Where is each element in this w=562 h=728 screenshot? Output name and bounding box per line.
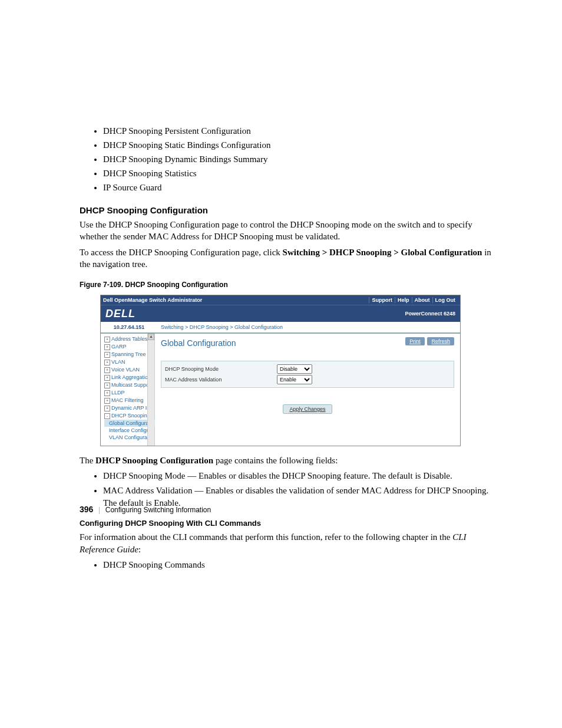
row-label: DHCP Snooping Mode xyxy=(165,366,277,372)
window-title: Dell OpenManage Switch Administrator xyxy=(103,297,202,303)
apply-changes-button[interactable]: Apply Changes xyxy=(283,404,332,414)
figure-caption: Figure 7-109. DHCP Snooping Configuratio… xyxy=(80,281,491,289)
tree-item-lldp[interactable]: +LLDP xyxy=(104,389,150,397)
list-item: DHCP Snooping Static Bindings Configurat… xyxy=(103,138,491,152)
row-label: MAC Address Validation xyxy=(165,377,277,383)
list-item: DHCP Snooping Dynamic Bindings Summary xyxy=(103,152,491,166)
tree-item-multicast-support[interactable]: +Multicast Support xyxy=(104,381,150,389)
tree-item-spanning-tree[interactable]: +Spanning Tree xyxy=(104,351,150,358)
paragraph: Use the DHCP Snooping Configuration page… xyxy=(80,219,491,243)
text-suffix: page contains the following fields: xyxy=(213,456,338,465)
field-name: MAC Address Validation xyxy=(103,486,192,495)
nav-path: Switching > DHCP Snooping > Global Confi… xyxy=(283,248,482,257)
expand-icon[interactable]: + xyxy=(104,398,110,404)
expand-icon[interactable]: + xyxy=(104,390,110,396)
tree-item-vlan[interactable]: +VLAN xyxy=(104,358,150,366)
separator-icon: | xyxy=(98,506,100,514)
nav-tree[interactable]: +Address Tables +GARP +Spanning Tree +VL… xyxy=(101,334,155,446)
config-row: DHCP Snooping Mode Disable xyxy=(165,364,450,374)
expand-icon[interactable]: + xyxy=(104,383,110,388)
expand-icon[interactable]: + xyxy=(104,337,110,342)
mac-validation-select[interactable]: Enable xyxy=(277,375,312,384)
tree-item-voice-vlan[interactable]: +Voice VLAN xyxy=(104,366,150,374)
paragraph: To access the DHCP Snooping Configuratio… xyxy=(80,246,491,271)
scroll-up-icon[interactable]: ▲ xyxy=(148,334,154,340)
expand-icon[interactable]: + xyxy=(104,344,110,350)
tree-item-mac-filtering[interactable]: +MAC Filtering xyxy=(104,397,150,404)
help-link[interactable]: Help xyxy=(395,297,412,303)
support-link[interactable]: Support xyxy=(369,297,395,303)
collapse-icon[interactable]: - xyxy=(104,413,110,419)
about-link[interactable]: About xyxy=(412,297,432,303)
expand-icon[interactable]: + xyxy=(104,406,110,411)
page-number: 396 xyxy=(80,505,93,514)
print-button[interactable]: Print xyxy=(405,337,425,345)
expand-icon[interactable]: + xyxy=(104,352,110,358)
window-titlebar: Dell OpenManage Switch Administrator Sup… xyxy=(101,295,460,305)
page-name: DHCP Snooping Configuration xyxy=(95,456,213,465)
field-name: DHCP Snooping Mode xyxy=(103,471,185,480)
breadcrumb: Switching > DHCP Snooping > Global Confi… xyxy=(157,322,460,332)
expand-icon[interactable]: + xyxy=(104,375,110,381)
paragraph: The DHCP Snooping Configuration page con… xyxy=(80,454,491,466)
section-heading: DHCP Snooping Configuration xyxy=(80,205,491,215)
list-item: IP Source Guard xyxy=(103,180,491,195)
footer-section: Configuring Switching Information xyxy=(105,506,211,514)
config-table: DHCP Snooping Mode Disable MAC Address V… xyxy=(161,361,454,388)
breadcrumb-bar: 10.27.64.151 Switching > DHCP Snooping >… xyxy=(101,322,460,334)
device-ip: 10.27.64.151 xyxy=(101,322,157,332)
content-panel: Global Configuration Print Refresh DHCP … xyxy=(155,334,460,446)
product-label: PowerConnect 6248 xyxy=(405,311,455,317)
config-row: MAC Address Validation Enable xyxy=(165,374,450,385)
page-footer: 396 | Configuring Switching Information xyxy=(80,505,211,603)
scrollbar[interactable]: ▲ xyxy=(147,334,154,446)
dell-logo: DELL xyxy=(105,308,135,320)
list-item: DHCP Snooping Mode — Enables or disables… xyxy=(103,470,491,482)
list-item: DHCP Snooping Persistent Configuration xyxy=(103,124,491,138)
expand-icon[interactable]: + xyxy=(104,367,110,373)
top-bullet-list: DHCP Snooping Persistent Configuration D… xyxy=(80,124,491,195)
screenshot-figure: Dell OpenManage Switch Administrator Sup… xyxy=(100,295,461,446)
field-list: DHCP Snooping Mode — Enables or disables… xyxy=(80,470,491,509)
expand-icon[interactable]: + xyxy=(104,360,110,365)
tree-item-garp[interactable]: +GARP xyxy=(104,343,150,351)
list-item: DHCP Snooping Statistics xyxy=(103,166,491,180)
brand-bar: DELL PowerConnect 6248 xyxy=(101,305,460,322)
tree-item-dynamic-arp[interactable]: +Dynamic ARP Inspe xyxy=(104,404,150,412)
text-prefix: The xyxy=(80,456,95,465)
logout-link[interactable]: Log Out xyxy=(432,297,458,303)
tree-item-address-tables[interactable]: +Address Tables xyxy=(104,335,150,343)
snooping-mode-select[interactable]: Disable xyxy=(277,364,312,374)
field-desc: — Enables or disables the DHCP Snooping … xyxy=(185,471,452,480)
text-prefix: To access the DHCP Snooping Configuratio… xyxy=(80,248,283,257)
tree-item-dhcp-snooping[interactable]: -DHCP Snooping xyxy=(104,412,150,420)
refresh-button[interactable]: Refresh xyxy=(427,337,454,345)
tree-item-link-aggregation[interactable]: +Link Aggregation xyxy=(104,374,150,381)
